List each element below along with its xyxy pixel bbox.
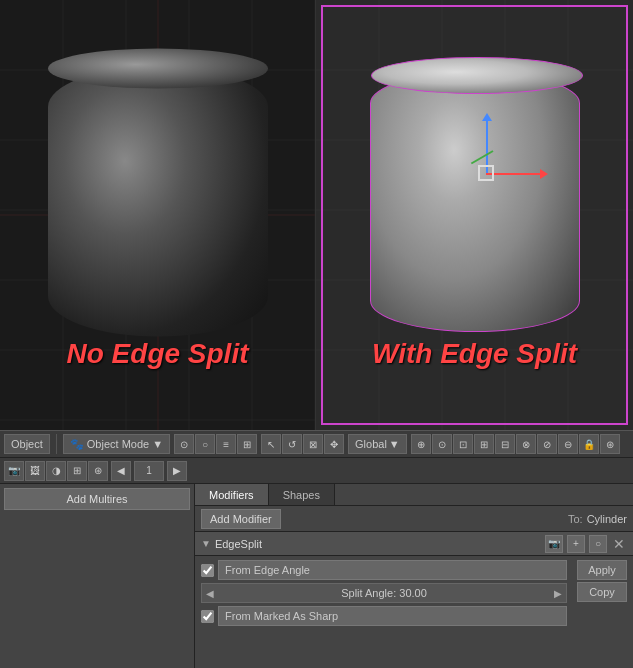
snap-icon-1[interactable]: ⊕ bbox=[411, 434, 431, 454]
mode-dropdown-icon: ▼ bbox=[152, 438, 163, 450]
transform-icon[interactable]: ✥ bbox=[324, 434, 344, 454]
view-icon-3[interactable]: ≡ bbox=[216, 434, 236, 454]
split-angle-right-arrow[interactable]: ▶ bbox=[550, 588, 566, 599]
add-multires-button[interactable]: Add Multires bbox=[4, 488, 190, 510]
frame-num[interactable]: 1 bbox=[134, 461, 164, 481]
snap-icon-6[interactable]: ⊗ bbox=[516, 434, 536, 454]
scale-icon[interactable]: ⊠ bbox=[303, 434, 323, 454]
add-modifier-row: Add Modifier To: Cylinder bbox=[195, 506, 633, 532]
divider-1 bbox=[56, 434, 57, 454]
from-marked-sharp-checkbox[interactable] bbox=[201, 610, 214, 623]
label-with-edge-split: With Edge Split bbox=[372, 338, 577, 370]
copy-button[interactable]: Copy bbox=[577, 582, 627, 602]
snap-icon-3[interactable]: ⊡ bbox=[453, 434, 473, 454]
props-left: Add Multires bbox=[0, 484, 195, 668]
snap-icon-2[interactable]: ⊙ bbox=[432, 434, 452, 454]
world-icon[interactable]: ⊛ bbox=[88, 461, 108, 481]
apply-button[interactable]: Apply bbox=[577, 560, 627, 580]
render-icons: 📷 🖼 ◑ ⊞ ⊛ bbox=[4, 461, 108, 481]
interaction-controls: ↖ ↺ ⊠ ✥ bbox=[261, 434, 344, 454]
add-modifier-button[interactable]: Add Modifier bbox=[201, 509, 281, 529]
snap-icon-5[interactable]: ⊟ bbox=[495, 434, 515, 454]
camera-icon[interactable]: 📷 bbox=[4, 461, 24, 481]
second-toolbar: 📷 🖼 ◑ ⊞ ⊛ ◀ 1 ▶ bbox=[0, 458, 633, 484]
viewport-area: No Edge Split bbox=[0, 0, 633, 430]
snap-icon-4[interactable]: ⊞ bbox=[474, 434, 494, 454]
snap-icon-8[interactable]: ⊖ bbox=[558, 434, 578, 454]
frame-next[interactable]: ▶ bbox=[167, 461, 187, 481]
modifier-add-icon[interactable]: + bbox=[567, 535, 585, 553]
viewport-left[interactable]: No Edge Split bbox=[0, 0, 316, 430]
from-marked-sharp-btn[interactable]: From Marked As Sharp bbox=[218, 606, 567, 626]
target-label: Cylinder bbox=[587, 513, 627, 525]
snap-icon-7[interactable]: ⊘ bbox=[537, 434, 557, 454]
cursor-icon[interactable]: ↖ bbox=[261, 434, 281, 454]
modifier-close-btn[interactable]: ✕ bbox=[611, 536, 627, 552]
render-icon[interactable]: 🖼 bbox=[25, 461, 45, 481]
cylinder-edge-split bbox=[370, 72, 580, 332]
mode-icon: 🐾 bbox=[70, 438, 84, 451]
snap-icon-9[interactable]: 🔒 bbox=[579, 434, 599, 454]
main-toolbar: Object 🐾 Object Mode ▼ ⊙ ○ ≡ ⊞ ↖ ↺ ⊠ ✥ G… bbox=[0, 430, 633, 458]
rotate-icon[interactable]: ↺ bbox=[282, 434, 302, 454]
toolbar-mode-select[interactable]: 🐾 Object Mode ▼ bbox=[63, 434, 170, 454]
modifier-options-col: From Edge Angle ◀ Split Angle: 30.00 ▶ bbox=[201, 560, 567, 626]
toolbar-object-btn[interactable]: Object bbox=[4, 434, 50, 454]
global-label: Global bbox=[355, 438, 387, 450]
panel-tabs: Modifiers Shapes bbox=[195, 484, 633, 506]
modifier-render-icon[interactable]: 📷 bbox=[545, 535, 563, 553]
snap-controls: ⊕ ⊙ ⊡ ⊞ ⊟ ⊗ ⊘ ⊖ 🔒 ⊛ bbox=[411, 434, 620, 454]
view-icon-2[interactable]: ○ bbox=[195, 434, 215, 454]
view-controls: ⊙ ○ ≡ ⊞ bbox=[174, 434, 257, 454]
props-right: Modifiers Shapes Add Modifier To: Cylind… bbox=[195, 484, 633, 668]
frame-prev[interactable]: ◀ bbox=[111, 461, 131, 481]
mode-label: Object Mode bbox=[87, 438, 149, 450]
apply-copy-col: Apply Copy bbox=[577, 560, 627, 626]
global-dropdown-icon: ▼ bbox=[389, 438, 400, 450]
transform-axes bbox=[458, 120, 518, 190]
cylinder-no-edge-split bbox=[48, 67, 268, 337]
material-icon[interactable]: ◑ bbox=[46, 461, 66, 481]
modifier-name-label: EdgeSplit bbox=[215, 538, 541, 550]
from-edge-angle-row: From Edge Angle bbox=[201, 560, 567, 580]
tab-shapes[interactable]: Shapes bbox=[269, 484, 335, 505]
view-icon-4[interactable]: ⊞ bbox=[237, 434, 257, 454]
to-label: To: bbox=[568, 513, 583, 525]
modifier-options-area: From Edge Angle ◀ Split Angle: 30.00 ▶ bbox=[195, 556, 633, 630]
label-no-edge-split: No Edge Split bbox=[67, 338, 249, 370]
modifier-header: ▼ EdgeSplit 📷 + ○ ✕ bbox=[195, 532, 633, 556]
modifier-collapse-arrow[interactable]: ▼ bbox=[201, 538, 211, 549]
split-angle-row: ◀ Split Angle: 30.00 ▶ bbox=[201, 583, 567, 603]
split-angle-left-arrow[interactable]: ◀ bbox=[202, 588, 218, 599]
split-angle-label: Split Angle: 30.00 bbox=[218, 587, 550, 599]
from-marked-sharp-row: From Marked As Sharp bbox=[201, 606, 567, 626]
modifier-view-icon[interactable]: ○ bbox=[589, 535, 607, 553]
from-edge-angle-checkbox[interactable] bbox=[201, 564, 214, 577]
viewport-right[interactable]: With Edge Split bbox=[316, 0, 633, 430]
snap-icon-10[interactable]: ⊛ bbox=[600, 434, 620, 454]
view-icon-1[interactable]: ⊙ bbox=[174, 434, 194, 454]
global-select[interactable]: Global ▼ bbox=[348, 434, 407, 454]
properties-panel: Add Multires Modifiers Shapes Add Modifi… bbox=[0, 484, 633, 668]
texture-icon[interactable]: ⊞ bbox=[67, 461, 87, 481]
from-edge-angle-btn[interactable]: From Edge Angle bbox=[218, 560, 567, 580]
tab-modifiers[interactable]: Modifiers bbox=[195, 484, 269, 505]
